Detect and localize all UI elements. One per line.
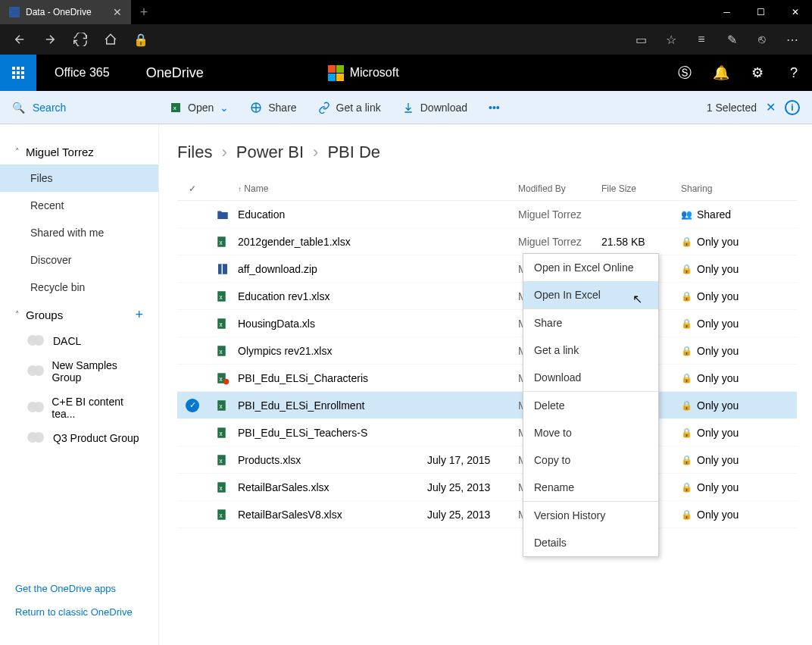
context-menu-item[interactable]: Open in Excel Online [523,254,658,281]
minimize-button[interactable]: ─ [710,0,744,24]
reading-view-icon[interactable]: ▭ [627,26,654,53]
refresh-button[interactable] [67,26,94,53]
context-menu-item[interactable]: Get a link [523,337,658,364]
details-pane-button[interactable]: i [785,100,800,115]
context-menu-item[interactable]: Download [523,364,658,391]
file-name[interactable]: Education [238,208,427,221]
table-row[interactable]: aff_download.zipMiguel Torrez1.5 MB🔒 Onl… [177,255,797,283]
breadcrumb-item[interactable]: Files [177,142,212,162]
clear-selection-button[interactable]: ✕ [766,100,776,114]
file-name[interactable]: PBI_Edu_ELSi_Enrollment [238,399,427,412]
breadcrumb-item[interactable]: Power BI [236,142,304,162]
file-name[interactable]: RetailBarSalesV8.xlsx [238,509,427,521]
lock-icon: 🔒 [681,318,692,329]
file-name[interactable]: aff_download.zip [238,263,427,275]
file-type-icon [208,208,238,221]
lock-icon: 🔒 [681,509,692,520]
row-checkbox[interactable]: ✓ [177,399,208,412]
column-header-name[interactable]: ↑ Name [238,183,427,194]
close-window-button[interactable]: ✕ [778,0,812,24]
browser-tab[interactable]: Data - OneDrive ✕ [0,0,131,24]
sidebar-group-item[interactable]: Q3 Product Group [0,426,158,450]
forward-button[interactable] [36,26,64,53]
more-browser-icon[interactable]: ⋯ [779,26,806,53]
address-bar[interactable]: 🔒 [127,33,624,47]
open-button[interactable]: x Open ⌄ [159,91,239,124]
file-name[interactable]: PBI_Edu_ELSi_Teachers-S [238,427,427,439]
table-row[interactable]: xHousingData.xlsMiguel Torrez1.6 MB🔒 Onl… [177,310,797,337]
add-group-button[interactable]: + [135,307,143,323]
table-row[interactable]: xOlympics rev21.xlsxMiguel Torrez2.84 MB… [177,337,797,365]
get-apps-link[interactable]: Get the OneDrive apps [15,583,144,594]
back-button[interactable] [6,26,33,53]
file-name[interactable]: RetailBarSales.xlsx [238,481,427,493]
group-label: New Samples Group [52,359,143,384]
search-input[interactable]: 🔍 Search [0,91,159,124]
context-menu-item[interactable]: Copy to [523,446,658,474]
table-row[interactable]: xRetailBarSales.xlsxJuly 25, 2013Miguel … [177,474,797,501]
table-row[interactable]: xRetailBarSalesV8.xlsxJuly 25, 2013Migue… [177,501,797,528]
sidebar-item[interactable]: Discover [0,246,158,274]
context-menu-item[interactable]: Version History [523,502,658,529]
table-row[interactable]: xPBI_Edu_ELSi_Teachers-SMiguel Torrez2.6… [177,419,797,446]
notifications-icon[interactable]: 🔔 [703,55,739,91]
sidebar-group-item[interactable]: DACL [0,329,158,353]
help-icon[interactable]: ? [776,55,812,91]
sidebar-groups-header[interactable]: ˄ Groups + [0,301,158,329]
favorite-icon[interactable]: ☆ [657,26,685,53]
table-row[interactable]: xPBI_Edu_ELSi_CharacterisMiguel Torrez1.… [177,365,797,392]
file-name[interactable]: Olympics rev21.xlsx [238,345,427,357]
app-name-label[interactable]: OneDrive [128,65,222,81]
column-header-size[interactable]: File Size [601,183,681,194]
sidebar-group-item[interactable]: C+E BI content tea... [0,390,158,426]
sidebar-item[interactable]: Recycle bin [0,274,158,301]
context-menu-item[interactable]: Rename [523,474,658,501]
table-row[interactable]: x2012gender_table1.xlsxMiguel Torrez21.5… [177,228,797,255]
share-button[interactable]: Share [239,91,307,124]
file-type-icon: x [208,235,238,249]
table-row[interactable]: xProducts.xlsxJuly 17, 2015Miguel Torrez… [177,446,797,474]
context-menu-item[interactable]: Share [523,309,658,337]
app-launcher-button[interactable] [0,55,36,91]
download-button[interactable]: Download [392,91,478,124]
share-browser-icon[interactable]: ⎋ [748,26,776,53]
table-row[interactable]: xEducation rev1.xlsxMiguel Torrez32.75 M… [177,283,797,310]
classic-onedrive-link[interactable]: Return to classic OneDrive [15,606,144,618]
file-name[interactable]: HousingData.xls [238,318,427,330]
table-row[interactable]: ✓xPBI_Edu_ELSi_EnrollmentMiguel Torrez3.… [177,392,797,419]
sidebar-group-item[interactable]: New Samples Group [0,353,158,390]
home-button[interactable] [97,26,124,53]
more-commands-button[interactable]: ••• [478,91,511,124]
tab-close-icon[interactable]: ✕ [113,6,122,18]
skype-icon[interactable]: Ⓢ [667,55,703,91]
context-menu-item[interactable]: Open In Excel [523,281,658,308]
context-menu-item[interactable]: Details [523,529,658,556]
file-name[interactable]: Products.xlsx [238,454,427,466]
context-menu-item[interactable]: Move to [523,419,658,446]
new-tab-button[interactable]: + [131,5,158,20]
group-avatar-icon [27,432,45,444]
brand-label[interactable]: Office 365 [36,66,128,80]
table-row[interactable]: EducationMiguel Torrez👥 Shared [177,201,797,228]
hub-icon[interactable]: ≡ [688,26,715,53]
share-label: Share [268,102,296,114]
column-header-sharing[interactable]: Sharing [681,183,797,194]
file-sharing: 🔒 Only you [681,263,797,275]
column-header-modifiedby[interactable]: Modified By [518,183,601,194]
maximize-button[interactable]: ☐ [744,0,778,24]
settings-gear-icon[interactable]: ⚙ [739,55,776,91]
sidebar-item[interactable]: Files [0,164,158,192]
sidebar-item[interactable]: Shared with me [0,219,158,246]
select-all-checkbox[interactable]: ✓ [177,183,208,194]
sidebar-item[interactable]: Recent [0,192,158,219]
file-name[interactable]: PBI_Edu_ELSi_Characteris [238,372,427,384]
file-name[interactable]: 2012gender_table1.xlsx [238,236,427,248]
column-header-modified[interactable] [427,183,518,194]
getlink-button[interactable]: Get a link [308,91,392,124]
group-avatar-icon [27,335,45,347]
sidebar-user-header[interactable]: ˄ Miguel Torrez [0,139,158,164]
file-name[interactable]: Education rev1.xlsx [238,290,427,302]
breadcrumb-item[interactable]: PBI De [327,142,380,162]
notes-icon[interactable]: ✎ [718,26,745,53]
context-menu-item[interactable]: Delete [523,392,658,419]
